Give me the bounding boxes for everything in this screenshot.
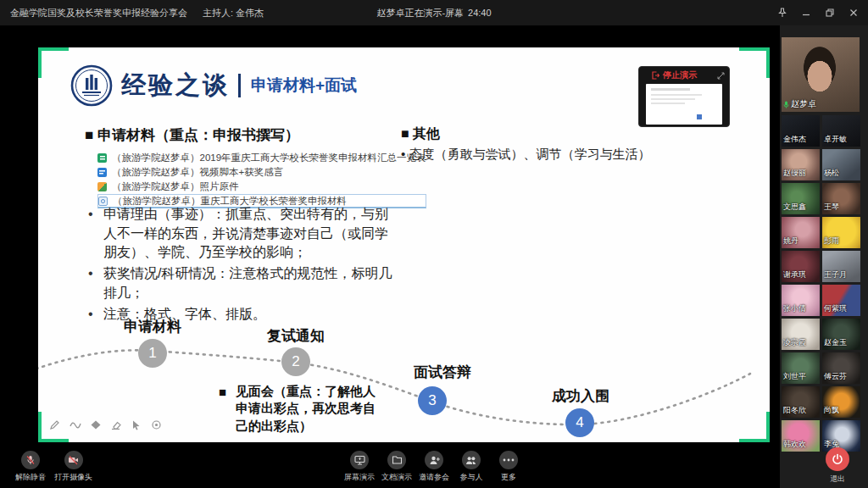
invite-button[interactable]: 邀请参会 (417, 451, 451, 483)
word-file-icon (97, 168, 107, 177)
doc-share-button[interactable]: 文档演示 (380, 451, 414, 483)
university-logo-icon (70, 64, 113, 107)
attachment-row: （旅游学院赵梦卓）2019年重庆工商大学校长荣誉奖申报材料汇总一览表 (97, 151, 426, 165)
participant-video[interactable]: 尚飘 (822, 386, 860, 418)
excel-file-icon (97, 153, 107, 163)
timeline-label-4: 成功入围 (521, 386, 640, 406)
timeline-label-1: 申请材料 (93, 317, 212, 336)
meeting-info: 金融学院国奖及校长荣誉奖申报经验分享会 主持人: 金伟杰 (10, 0, 264, 25)
participant-video[interactable]: 赵金玉 (822, 319, 860, 350)
bullet-item: 申请理由（事迹）：抓重点、突出特有的，与别人不一样的东西，并说清楚事迹对自己（或… (85, 205, 400, 263)
share-border-corner (739, 47, 770, 78)
slide-subtitle: 申请材料+面试 (251, 75, 357, 97)
pen-tool-icon[interactable] (48, 419, 61, 431)
slide-title: 经验之谈 (121, 69, 230, 103)
stop-share-panel: 停止演示 (638, 66, 730, 127)
unmute-button[interactable]: 解除静音 (15, 451, 46, 483)
slide-header: 经验之谈 申请材料+面试 (70, 63, 357, 108)
bullet-item: 获奖情况/科研情况：注意格式的规范性，标明几排几； (85, 264, 400, 302)
timeline-label-3: 面试答辩 (383, 363, 502, 382)
mic-on-icon (783, 101, 789, 108)
participant-video[interactable]: 傅云芬 (822, 352, 860, 384)
participant-video[interactable]: 金伟杰 (782, 115, 820, 147)
timeline-step-4: 4 (565, 408, 594, 437)
participant-video[interactable]: 刘世平 (782, 352, 820, 384)
mic-muted-icon (21, 451, 40, 469)
select-tool-icon[interactable] (130, 419, 142, 431)
meeting-timer: 24:40 (468, 8, 492, 18)
participant-video[interactable]: 何紫琪 (822, 285, 860, 316)
attachment-list: （旅游学院赵梦卓）2019年重庆工商大学校长荣誉奖申报材料汇总一览表 （旅游学院… (97, 151, 426, 208)
minimize-icon[interactable] (800, 7, 812, 19)
timeline-step-1: 1 (138, 339, 167, 368)
share-border-corner (739, 412, 770, 442)
shape-tool-icon[interactable] (89, 419, 102, 431)
meeting-note: ■ 见面会（重点：了解他人申请出彩点，再次思考自己的出彩点） (219, 383, 388, 435)
participant-video[interactable]: 张小倩 (782, 285, 820, 316)
participant-video[interactable]: 彭雨 (822, 217, 860, 248)
laser-tool-icon[interactable] (150, 419, 163, 431)
exit-area: 退出 (826, 447, 849, 485)
attachment-name: （旅游学院赵梦卓）照片原件 (112, 180, 239, 193)
participant-video[interactable]: 姚丹 (782, 217, 820, 248)
note-text: 见面会（重点：了解他人申请出彩点，再次思考自己的出彩点） (219, 383, 385, 435)
participant-video[interactable]: 王琴 (822, 183, 860, 214)
timeline-step-3: 3 (418, 386, 447, 415)
participant-video[interactable]: 凌宗霞 (782, 319, 820, 350)
camera-on-button[interactable]: 打开摄像头 (54, 451, 92, 483)
close-icon[interactable] (848, 7, 860, 19)
timeline-step-2: 2 (281, 347, 310, 376)
av-controls: 解除静音 打开摄像头 (15, 451, 92, 483)
exit-button[interactable]: 退出 (826, 447, 849, 485)
window-controls (776, 0, 860, 25)
left-section-heading: ■ 申请材料（重点：申报书撰写） (85, 125, 299, 145)
right-section-heading: ■ 其他 (401, 125, 440, 143)
power-icon (826, 447, 849, 471)
document-icon (387, 451, 406, 469)
restore-icon[interactable] (824, 7, 836, 19)
presentation-slide: 经验之谈 申请材料+面试 ■ 申请材料（重点：申报书撰写） （旅游学院赵梦卓）2… (38, 47, 770, 442)
attachment-row: （旅游学院赵梦卓）照片原件 (97, 180, 426, 194)
right-bullet: 态度（勇敢与尝试）、调节（学习与生活） (401, 147, 650, 163)
control-bar: 解除静音 打开摄像头 屏幕演示 文档演示 (0, 444, 868, 488)
attachment-name: （旅游学院赵梦卓）2019年重庆工商大学校长荣誉奖申报材料汇总一览表 (112, 152, 426, 164)
screen-share-button[interactable]: 屏幕演示 (342, 451, 376, 483)
participant-video[interactable]: 王子月 (822, 251, 860, 282)
participants-button[interactable]: 参与人 (454, 451, 488, 483)
title-bar: 金融学院国奖及校长荣誉奖申报经验分享会 主持人: 金伟杰 赵梦卓正在演示-屏幕 … (0, 0, 868, 25)
photo-file-icon (97, 182, 107, 191)
participant-sidebar: 赵梦卓 金伟杰 卓开敏 赵缦丽 杨松 文思鑫 王琴 姚丹 彭雨 谢承琪 王子月 … (780, 25, 868, 488)
presenter-video[interactable]: 赵梦卓 (782, 37, 860, 112)
participant-video[interactable]: 赵缦丽 (782, 149, 820, 180)
more-dots-icon (499, 451, 518, 469)
share-border-corner (38, 47, 69, 78)
participant-video[interactable]: 谢承琪 (782, 251, 820, 282)
pin-icon[interactable] (776, 7, 788, 19)
stop-share-icon (651, 71, 659, 80)
attachment-row: （旅游学院赵梦卓）视频脚本+获奖感言 (97, 165, 426, 180)
more-button[interactable]: 更多 (492, 451, 526, 483)
invite-person-icon (425, 451, 443, 469)
participant-video[interactable]: 阳冬欣 (782, 386, 820, 418)
annotation-toolbar (48, 419, 163, 431)
expand-icon[interactable] (717, 72, 725, 80)
presenting-status: 赵梦卓正在演示-屏幕 (376, 7, 464, 19)
stop-share-button[interactable]: 停止演示 (639, 67, 729, 83)
share-preview-thumbnail (646, 84, 722, 125)
note-marker: ■ (219, 384, 226, 401)
meeting-host: 主持人: 金伟杰 (203, 7, 264, 19)
screen-share-icon (350, 451, 369, 469)
stop-share-label: 停止演示 (663, 69, 697, 81)
participant-video[interactable]: 杨松 (822, 149, 860, 180)
people-icon (462, 451, 481, 469)
curve-tool-icon[interactable] (69, 419, 81, 431)
participant-video[interactable]: 卓开敏 (822, 115, 860, 147)
archive-file-icon (98, 197, 108, 206)
meeting-title: 金融学院国奖及校长荣誉奖申报经验分享会 (10, 7, 187, 19)
meeting-controls: 屏幕演示 文档演示 邀请参会 参与人 (342, 451, 526, 483)
participant-video[interactable]: 文思鑫 (782, 183, 820, 214)
attachment-name: （旅游学院赵梦卓）视频脚本+获奖感言 (112, 166, 283, 179)
eraser-tool-icon[interactable] (109, 419, 122, 431)
timeline-label-2: 复试通知 (236, 326, 355, 346)
meeting-window: 金融学院国奖及校长荣誉奖申报经验分享会 主持人: 金伟杰 赵梦卓正在演示-屏幕 … (0, 0, 868, 488)
